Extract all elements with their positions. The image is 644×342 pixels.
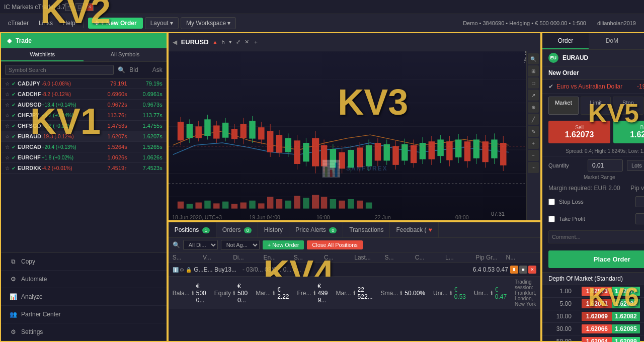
svg-rect-93 [177,202,183,209]
settings-menu-item[interactable]: ⚙ Settings [1,323,167,341]
chart-symbol[interactable]: EURUSD [181,38,209,46]
stop-loss-checkbox[interactable] [548,199,555,205]
take-profit-label: Take Profit [559,216,631,222]
tab-watchlists[interactable]: Watchlists [1,48,84,61]
take-profit-input[interactable] [635,213,644,224]
symbol-change: +20.4 (+0.13%) [42,144,92,150]
analyze-menu-item[interactable]: 📊 Analyze [1,288,167,306]
automate-menu-item[interactable]: ⚙ Automate [1,271,167,288]
tab-orders[interactable]: Orders 0 [216,222,258,237]
dom-bid-value[interactable]: 1.62069 [582,312,612,321]
market-range-row: Market Range [542,175,644,183]
list-item[interactable]: ☆ ✔ EURCAD +20.4 (+0.13%) 1.5264s 1.5265… [1,142,167,152]
plus-icon[interactable]: ＋ [528,138,539,149]
dom-bid-value[interactable]: 1.62064 [582,337,612,342]
dom-ask-value[interactable]: 1.62085 [612,324,639,333]
chart-svg: 1.12458 TARGET 1.1260s 1.1240s 1.1220s 1… [169,51,540,220]
grid-icon[interactable]: ⊞ [528,65,539,76]
row-icons: ℹ️ ⚙ 🔒 [173,267,192,273]
more-icon[interactable]: ··· [528,162,539,173]
tab-order[interactable]: Order [542,33,589,49]
info-icon: ℹ [192,290,194,297]
dom-row: 10.00 1.62069 1.62082 10.00 [542,310,644,323]
search-icon-bottom: 🔍 [173,241,180,248]
star-icon: ☆ [5,165,10,171]
quantity-input[interactable] [588,159,623,172]
chart-timeframe[interactable]: h [221,39,224,45]
filter-all-dropdown[interactable]: All Di... [183,240,218,250]
menu-item-ctrader[interactable]: cTrader [4,18,33,29]
comment-input[interactable] [548,230,644,243]
layout-button[interactable]: Layout ▾ [145,17,179,29]
crosshair-icon[interactable]: ⊕ [528,102,539,113]
symbol-search-bar: 🔍 Bid Ask [1,62,167,78]
tab-transactions[interactable]: Transactions [343,222,390,237]
arrow-icon[interactable]: ↗ [528,90,539,101]
stop-button[interactable]: ■ [519,266,527,274]
menu-bar-right: Demo • 3840690 • Hedging • € 500 000.00 … [459,20,640,26]
analyze-label: Analyze [21,293,43,300]
kv6-label: KV6 [588,282,639,312]
stat-free-value: € 499 9... [318,283,328,304]
trade-icon: ◆ [7,37,12,44]
settings-label: Settings [21,328,43,335]
pen-icon[interactable]: ✎ [528,126,539,137]
positions-badge: 1 [202,227,210,233]
new-order-section-title: New Order ▲ [542,66,644,80]
tab-dom[interactable]: DoM [589,33,635,49]
tab-positions[interactable]: Positions 1 [169,222,216,237]
square-icon[interactable]: □ [528,77,539,89]
stop-loss-label: Stop Loss [559,199,631,205]
dom-ask-value[interactable]: 1.62082 [612,312,639,321]
chart-add-icon[interactable]: ＋ [253,38,259,46]
star-icon: ☆ [5,144,10,150]
filter-agg-dropdown[interactable]: Not Ag... [221,240,260,250]
chart-expand-icon[interactable]: ⤢ [236,39,240,45]
list-item[interactable]: ☆ ✔ CADCHF -8.2 (-0.12%) 0.6960s 0.6961s [1,89,167,100]
dom-bid-value[interactable]: 1.62066 [582,324,612,333]
tab-feedback[interactable]: Feedback ( ♥ [390,222,438,237]
chart-nav-icon[interactable]: ◀ [173,39,177,46]
username-label: dilianhoian2019 [593,20,640,26]
center-column: ◀ EURUSD ▲ h ▾ ⤢ ✕ ＋ ▼ 1.1245s ▲ [168,32,541,342]
dom-ask: 1.62089 [612,338,644,342]
line-icon[interactable]: ╱ [528,114,539,125]
symbol-name: CADCHF [18,91,42,97]
search-input[interactable] [5,65,114,75]
star-icon: ☆ [5,123,10,129]
close-button[interactable]: ✕ [528,266,536,274]
order-type-market[interactable]: Market [548,97,579,115]
list-item[interactable]: ☆ ✔ EURCHF +1.8 (+0.02%) 1.0626s 1.0626s [1,152,167,163]
place-order-button[interactable]: Place Order [548,250,644,268]
list-item[interactable]: ☆ ✔ CADJPY -6.0 (-0.08%) 79.191 79.19s [1,78,167,89]
main-layout: ◆ Trade Watchlists All Symbols 🔍 Bid Ask… [0,32,644,342]
take-profit-checkbox[interactable] [548,216,555,222]
partner-center-menu-item[interactable]: 👥 Partner Center [1,306,167,323]
stat-balance-value: € 500 0... [196,283,206,304]
chart-tf-dropdown[interactable]: ▾ [229,39,232,45]
pause-button[interactable]: ⏸ [510,266,518,274]
price-alerts-badge: 0 [329,227,337,233]
bottom-stats: Bala... ℹ € 500 0... Equity ℹ € 500 0...… [169,277,540,309]
tab-history[interactable]: History [258,222,289,237]
workspace-button[interactable]: My Workspace ▾ [181,17,236,29]
stop-loss-input[interactable] [635,196,644,207]
zoom-in-icon[interactable]: 🔍 [528,53,539,64]
stat-unr1-value: € 0.53 [454,286,466,300]
table-row[interactable]: ℹ️ ⚙ 🔒 G...E... Buy13... - 03/0... 03/0.… [169,263,540,277]
minus-icon[interactable]: － [528,150,539,161]
stat-sma: Sma... ℹ 50.00% [381,279,425,307]
lots-dropdown[interactable]: Lots [627,160,644,171]
copy-label: Copy [21,258,35,265]
tab-all-symbols[interactable]: All Symbols [84,48,166,61]
automate-icon: ⚙ [9,276,17,283]
bottom-new-order-button[interactable]: + New Order [263,240,304,249]
svg-rect-101 [249,201,255,209]
list-item[interactable]: ☆ ✔ EURDKK -4.2 (+0.01%) 7.4519↑ 7.4523s [1,163,167,174]
tab-calendar[interactable]: Calendar [635,33,644,49]
close-all-positions-button[interactable]: Close All Positions [307,240,363,249]
tab-price-alerts[interactable]: Price Alerts 0 [289,222,343,237]
chart-close-icon[interactable]: ✕ [245,39,249,45]
copy-menu-item[interactable]: ⧉ Copy [1,253,167,271]
dom-ask-value[interactable]: 1.62089 [612,337,639,342]
